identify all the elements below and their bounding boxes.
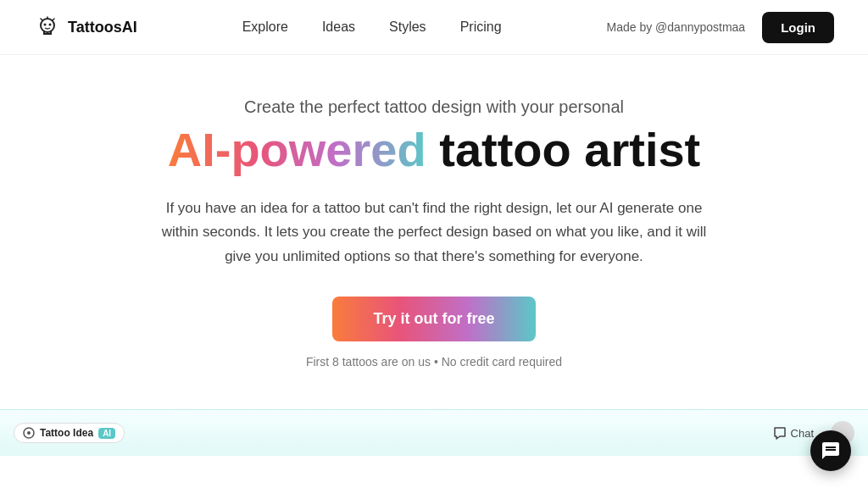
- app-preview: Tattoo Idea AI Chat: [0, 409, 868, 456]
- nav-link-ideas[interactable]: Ideas: [322, 19, 355, 34]
- hero-title-gradient: AI-powered: [168, 123, 426, 176]
- svg-point-2: [49, 24, 52, 26]
- cta-fine-print: First 8 tattoos are on us • No credit ca…: [306, 355, 562, 369]
- logo-text: TattoosAI: [68, 19, 137, 36]
- nav-item-styles[interactable]: Styles: [389, 19, 426, 35]
- hero-title-normal: tattoo artist: [426, 123, 701, 176]
- svg-point-1: [44, 24, 47, 26]
- made-by-label: Made by @dannypostmaa: [607, 20, 746, 34]
- chat-bubble-button[interactable]: [810, 430, 851, 471]
- ai-badge: AI: [98, 428, 115, 439]
- nav-link-explore[interactable]: Explore: [242, 19, 288, 34]
- svg-point-4: [27, 431, 31, 435]
- navbar: TattoosAI Explore Ideas Styles Pricing M…: [0, 0, 868, 55]
- logo-icon: [34, 14, 61, 41]
- chat-label: Chat: [791, 427, 814, 440]
- chat-bubble-icon: [821, 441, 841, 461]
- login-button[interactable]: Login: [762, 12, 834, 43]
- chat-icon: [773, 426, 787, 440]
- nav-right: Made by @dannypostmaa Login: [607, 12, 834, 43]
- nav-item-explore[interactable]: Explore: [242, 19, 288, 35]
- nav-link-pricing[interactable]: Pricing: [460, 19, 502, 34]
- hero-description: If you have an idea for a tattoo but can…: [154, 197, 714, 270]
- hero-section: Create the perfect tattoo design with yo…: [0, 55, 868, 409]
- nav-item-pricing[interactable]: Pricing: [460, 19, 502, 35]
- preview-badge-label: Tattoo Idea: [40, 427, 93, 439]
- nav-link-styles[interactable]: Styles: [389, 19, 426, 34]
- logo[interactable]: TattoosAI: [34, 14, 137, 41]
- preview-bar: Tattoo Idea AI Chat: [14, 421, 854, 445]
- nav-item-ideas[interactable]: Ideas: [322, 19, 355, 35]
- hero-title: AI-powered tattoo artist: [168, 124, 700, 176]
- preview-badge: Tattoo Idea AI: [14, 423, 125, 443]
- tattoo-icon: [23, 427, 35, 439]
- hero-subtitle: Create the perfect tattoo design with yo…: [244, 97, 624, 117]
- cta-button[interactable]: Try it out for free: [332, 297, 535, 341]
- preview-chat[interactable]: Chat: [773, 426, 814, 440]
- nav-links: Explore Ideas Styles Pricing: [242, 19, 502, 35]
